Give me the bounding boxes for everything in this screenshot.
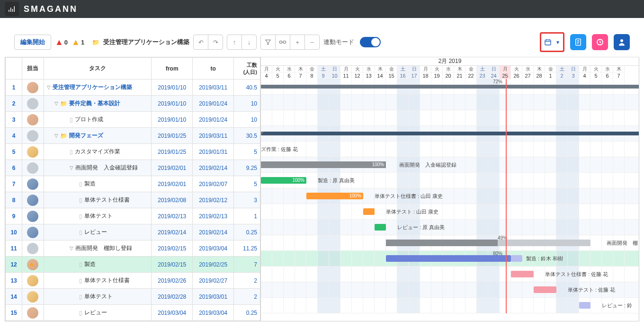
table-row[interactable]: 12 ▲▯製造 2019/02/15 2019/02/25 7 <box>6 257 260 273</box>
from-date[interactable]: 2019/02/15 <box>152 240 193 257</box>
gantt-bar[interactable]: 100% <box>306 193 363 199</box>
table-row[interactable]: 4 ▽📁開発フェーズ 2019/01/25 2019/03/11 30.5 <box>6 128 260 144</box>
effort-value[interactable]: 3 <box>234 192 260 208</box>
task-name[interactable]: 開発フェーズ <box>69 132 103 140</box>
dropdown-caret-icon[interactable]: ▼ <box>554 40 562 45</box>
assignee-cell[interactable] <box>22 240 44 257</box>
gantt-bar[interactable]: 100% <box>261 161 386 168</box>
task-name[interactable]: 受注管理アプリケーション構築 <box>53 83 132 91</box>
task-name[interactable]: レビュー <box>84 228 107 236</box>
to-date[interactable]: 2019/01/31 <box>193 144 234 160</box>
effort-value[interactable]: 40.5 <box>234 80 260 96</box>
assignee-cell[interactable] <box>22 80 44 96</box>
table-row[interactable]: 10 ▯レビュー 2019/02/14 2019/02/14 0.25 <box>6 224 260 240</box>
redo-button[interactable]: ↷ <box>208 35 223 50</box>
effort-value[interactable]: 10 <box>234 96 260 112</box>
effort-value[interactable]: 5 <box>234 176 260 192</box>
chevron-down-icon[interactable]: ▽ <box>70 165 73 170</box>
move-down-button[interactable]: ↓ <box>242 35 257 50</box>
gantt-bar[interactable] <box>363 208 375 215</box>
task-name[interactable]: 画面開発 入金確認登録 <box>75 164 138 172</box>
assignee-cell[interactable] <box>22 192 44 208</box>
from-date[interactable]: 2019/03/04 <box>152 305 193 321</box>
gantt-bar[interactable]: 100% <box>261 177 306 184</box>
to-date[interactable]: 2019/02/27 <box>193 273 234 289</box>
to-date[interactable]: 2019/01/24 <box>193 96 234 112</box>
from-date[interactable]: 2019/02/15 <box>152 257 193 273</box>
from-date[interactable]: 2019/02/14 <box>152 224 193 240</box>
notes-button[interactable] <box>570 34 586 50</box>
col-effort-header[interactable]: 工数 (人日) <box>234 58 260 80</box>
table-row[interactable]: 8 ▯単体テスト仕様書 2019/02/08 2019/02/12 3 <box>6 192 260 208</box>
task-name[interactable]: 単体テスト仕様書 <box>84 196 130 204</box>
zoom-in-button[interactable]: + <box>290 35 305 50</box>
assignee-cell[interactable] <box>22 176 44 192</box>
task-name[interactable]: 要件定義・基本設計 <box>69 99 120 107</box>
move-up-button[interactable]: ↑ <box>227 35 242 50</box>
glasses-button[interactable] <box>275 35 290 50</box>
to-date[interactable]: 2019/02/07 <box>193 176 234 192</box>
from-date[interactable]: 2019/02/13 <box>152 208 193 224</box>
task-name[interactable]: 製造 <box>84 260 96 268</box>
table-row[interactable]: 7 ▯製造 2019/02/01 2019/02/07 5 <box>6 176 260 192</box>
table-row[interactable]: 9 ▯単体テスト 2019/02/13 2019/02/13 1 <box>6 208 260 224</box>
assignee-cell[interactable] <box>22 144 44 160</box>
from-date[interactable]: 2019/01/25 <box>152 144 193 160</box>
task-name[interactable]: レビュー <box>84 309 107 317</box>
table-row[interactable]: 1 ▽受注管理アプリケーション構築 2019/01/10 2019/03/11 … <box>6 80 260 96</box>
gantt-bar[interactable] <box>261 132 639 135</box>
gantt-bar[interactable] <box>386 240 590 246</box>
to-date[interactable]: 2019/03/04 <box>193 240 234 257</box>
assignee-cell[interactable] <box>22 224 44 240</box>
to-date[interactable]: 2019/02/14 <box>193 224 234 240</box>
gantt-bar[interactable] <box>534 286 556 293</box>
effort-value[interactable]: 5 <box>234 144 260 160</box>
task-name[interactable]: 製造 <box>84 180 96 188</box>
assignee-cell[interactable] <box>22 128 44 144</box>
to-date[interactable]: 2019/03/11 <box>193 80 234 96</box>
from-date[interactable]: 2019/02/26 <box>152 273 193 289</box>
from-date[interactable]: 2019/01/10 <box>152 112 193 128</box>
task-name[interactable]: 単体テスト <box>84 293 113 301</box>
gantt-bar[interactable] <box>386 255 511 262</box>
clock-button[interactable] <box>592 34 608 50</box>
zoom-out-button[interactable]: − <box>304 35 320 50</box>
effort-value[interactable]: 2 <box>234 273 260 289</box>
from-date[interactable]: 2019/02/08 <box>152 192 193 208</box>
effort-value[interactable]: 11.25 <box>234 240 260 257</box>
assignee-cell[interactable] <box>22 305 44 321</box>
effort-value[interactable]: 0.25 <box>234 224 260 240</box>
table-row[interactable]: 3 ▯プロト作成 2019/01/10 2019/01/24 10 <box>6 112 260 128</box>
from-date[interactable]: 2019/01/25 <box>152 128 193 144</box>
from-date[interactable]: 2019/02/28 <box>152 289 193 305</box>
table-row[interactable]: 2 ▽📁要件定義・基本設計 2019/01/10 2019/01/24 10 <box>6 96 260 112</box>
assignee-cell[interactable] <box>22 160 44 176</box>
to-date[interactable]: 2019/02/13 <box>193 208 234 224</box>
col-task-header[interactable]: タスク <box>44 58 152 80</box>
chevron-down-icon[interactable]: ▽ <box>54 133 58 138</box>
table-row[interactable]: 6 ▽画面開発 入金確認登録 2019/02/01 2019/02/14 9.2… <box>6 160 260 176</box>
effort-value[interactable]: 9.25 <box>234 160 260 176</box>
from-date[interactable]: 2019/02/01 <box>152 160 193 176</box>
task-name[interactable]: プロト作成 <box>75 116 103 124</box>
assignee-cell[interactable] <box>22 96 44 112</box>
gantt-bar[interactable] <box>261 85 639 89</box>
assignee-cell[interactable] <box>22 208 44 224</box>
to-date[interactable]: 2019/01/24 <box>193 112 234 128</box>
effort-value[interactable]: 1 <box>234 208 260 224</box>
to-date[interactable]: 2019/03/01 <box>193 289 234 305</box>
col-assignee-header[interactable]: 担当 <box>22 58 44 80</box>
effort-value[interactable]: 2 <box>234 289 260 305</box>
project-breadcrumb[interactable]: 受注管理アプリケーション構築 <box>103 38 189 46</box>
calendar-button[interactable] <box>542 35 554 50</box>
assignee-cell[interactable] <box>22 289 44 305</box>
sync-mode-toggle[interactable] <box>360 37 381 47</box>
assignee-cell[interactable] <box>22 273 44 289</box>
assignee-cell[interactable] <box>22 112 44 128</box>
from-date[interactable]: 2019/02/01 <box>152 176 193 192</box>
to-date[interactable]: 2019/03/04 <box>193 305 234 321</box>
table-row[interactable]: 5 ▯カスタマイズ作業 2019/01/25 2019/01/31 5 <box>6 144 260 160</box>
task-name[interactable]: 単体テスト <box>84 212 113 220</box>
from-date[interactable]: 2019/01/10 <box>152 80 193 96</box>
gantt-bar[interactable] <box>375 224 386 231</box>
